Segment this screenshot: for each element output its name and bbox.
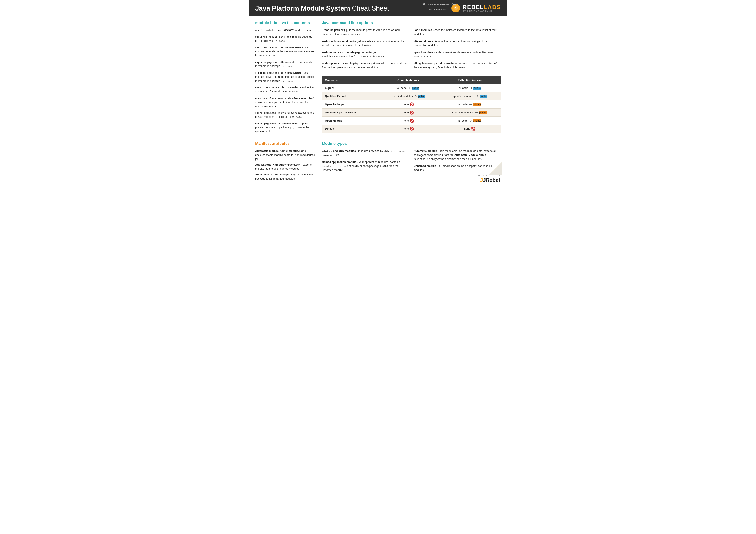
mechanism-export: Export [322, 84, 378, 92]
cmd-col-left: --module-path or (-p) is the module path… [322, 28, 409, 73]
compile-open-module: none [378, 117, 439, 125]
footer-brand: BROUGHT TO YOU BY JJRebel [477, 160, 502, 184]
title-bold: Java Platform Module System [255, 4, 350, 12]
brand-name: REBELLABS [463, 4, 501, 10]
module-types-grid: Java SE and JDK modules - modules provid… [322, 149, 501, 175]
page-title: Java Platform Module System Cheat Sheet [255, 4, 389, 12]
no-access-icon [410, 127, 414, 131]
mechanism-open-pkg: Open Package [322, 100, 378, 109]
header: Java Platform Module System Cheat Sheet … [249, 0, 507, 16]
left-column: module-info.java file contents module mo… [255, 21, 315, 137]
cmd-options-title: Java command line options [322, 21, 501, 25]
brought-by-text: BROUGHT TO YOU BY [477, 175, 502, 177]
entry-requires-transitive: requires transitive module.name - this m… [255, 45, 315, 58]
cmd-illegal-access: --illegal-access=permit|warn|deny - rela… [414, 62, 501, 70]
page: Java Platform Module System Cheat Sheet … [249, 0, 507, 187]
public-badge: public [412, 87, 419, 89]
reflection-qualified-open: specified modules ➔ private [439, 109, 501, 117]
compile-export: all code ➔ public [378, 84, 439, 92]
mechanism-default: Default [322, 125, 378, 133]
compile-qualified-export: specified modules ➔ public [378, 92, 439, 100]
no-access-icon [410, 103, 414, 106]
no-access-icon [410, 111, 414, 114]
reflection-export: all code ➔ public [439, 84, 501, 92]
public-badge: public [418, 95, 425, 98]
main-content: module-info.java file contents module mo… [249, 16, 507, 141]
entry-uses: uses class.name - this module declares i… [255, 86, 315, 94]
right-column: Java command line options --module-path … [322, 21, 501, 137]
rebel-labs-logo: REBELLABS by ZEROTURNAROUND [451, 4, 501, 13]
compile-qualified-open: none [378, 109, 439, 117]
public-badge: public [473, 87, 481, 89]
reflection-default: none [439, 125, 501, 133]
entry-opens: opens pkg.name - allows reflective acces… [255, 111, 315, 119]
mechanism-open-module: Open Module [322, 117, 378, 125]
cmd-options-grid: --module-path or (-p) is the module path… [322, 28, 501, 73]
private-badge: private [479, 111, 487, 114]
reflection-open-module: all code ➔ private [439, 117, 501, 125]
promo-text: For more awesome cheat sheets visit rebe… [423, 3, 458, 12]
private-badge: private [473, 119, 481, 122]
no-access-icon [410, 119, 414, 123]
manifest-section: Manifest attributes Automatic-Module-Nam… [255, 141, 315, 182]
manifest-add-opens: Add-Opens: <module>/<package> - opens th… [255, 173, 315, 181]
module-info-title: module-info.java file contents [255, 21, 315, 25]
jrebel-brand: JJRebel [477, 177, 502, 184]
arrow-icon: ➔ [469, 119, 472, 123]
cmd-list-modules: --list-modules - displays the names and … [414, 39, 501, 48]
mechanism-qualified-open: Qualified Open Package [322, 109, 378, 117]
module-types-title: Module types [322, 141, 501, 146]
table-row: Open Package none all code ➔ privat [322, 100, 501, 109]
col-reflection: Reflection Access [439, 76, 501, 84]
table-row: Default none none [322, 125, 501, 133]
arrow-icon: ➔ [470, 86, 472, 90]
col-mechanism: Mechanism [322, 76, 378, 84]
entry-requires: requires module.name - this module depen… [255, 35, 315, 43]
arrow-icon: ➔ [475, 94, 478, 98]
entry-module: module module.name - declares module.nam… [255, 28, 315, 32]
entry-exports-to: exports pkg.name to module.name - this m… [255, 71, 315, 83]
cmd-add-modules: --add-modules - adds the indicated modul… [414, 28, 501, 37]
table-row: Export all code ➔ public all code ➔ [322, 84, 501, 92]
arrow-icon: → [449, 7, 453, 11]
bottom-section: Manifest attributes Automatic-Module-Nam… [249, 141, 507, 187]
arrow-icon: ➔ [475, 111, 478, 114]
arrow-icon: ➔ [414, 94, 417, 98]
cmd-add-opens: --add-opens src.module/pkg.name=target.m… [322, 62, 409, 70]
entry-opens-to: opens pkg.name to module.name - opens pr… [255, 122, 315, 134]
named-app-module: Named application module - your applicat… [322, 160, 409, 172]
cmd-patch-module: --patch-module - adds or overrides class… [414, 50, 501, 59]
reflection-open-pkg: all code ➔ private [439, 100, 501, 109]
manifest-add-exports: Add-Exports: <module>/<package> - export… [255, 163, 315, 171]
manifest-auto-module: Automatic-Module-Name: module.name - dec… [255, 149, 315, 161]
arrow-icon: ➔ [469, 102, 472, 106]
reflection-qualified-export: specified modules ➔ public [439, 92, 501, 100]
module-types-section: Module types Java SE and JDK modules - m… [322, 141, 501, 182]
cmd-add-reads: --add-reads src.module=target.module - a… [322, 39, 409, 48]
public-badge: public [480, 95, 487, 98]
cmd-module-path: --module-path or (-p) is the module path… [322, 28, 409, 37]
table-header-row: Mechanism Compile Access Reflection Acce… [322, 76, 501, 84]
compile-open-pkg: none [378, 100, 439, 109]
arrow-icon: ➔ [408, 86, 411, 90]
cmd-add-exports: --add-exports src.module/pkg.name=target… [322, 50, 409, 59]
automatic-module: Automatic module - non-modular jar on th… [414, 149, 501, 161]
table-row: Qualified Export specified modules ➔ pub… [322, 92, 501, 100]
title-light: Cheat Sheet [350, 4, 389, 12]
table-row: Qualified Open Package none specified mo… [322, 109, 501, 117]
java-se-modules: Java SE and JDK modules - modules provid… [322, 149, 409, 157]
access-table: Mechanism Compile Access Reflection Acce… [322, 76, 501, 133]
no-access-icon [471, 127, 475, 131]
entry-provides: provides class.name with class.name.impl… [255, 96, 315, 108]
private-badge: private [473, 103, 481, 106]
compile-default: none [378, 125, 439, 133]
mechanism-qualified-export: Qualified Export [322, 92, 378, 100]
col-compile: Compile Access [378, 76, 439, 84]
manifest-title: Manifest attributes [255, 141, 315, 146]
module-col-left: Java SE and JDK modules - modules provid… [322, 149, 409, 175]
entry-exports: exports pkg.name - this module exports p… [255, 60, 315, 68]
cmd-col-right: --add-modules - adds the indicated modul… [414, 28, 501, 73]
table-row: Open Module none all code ➔ private [322, 117, 501, 125]
